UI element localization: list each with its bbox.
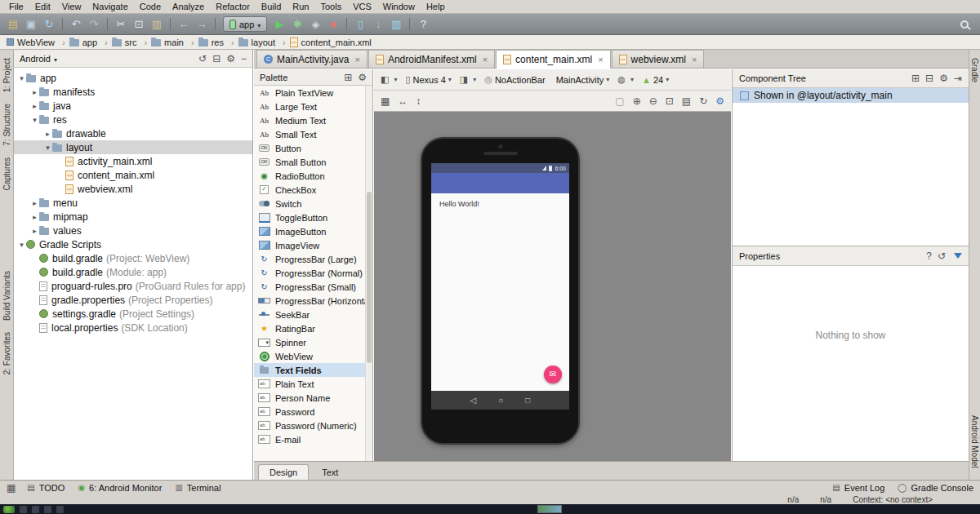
fab-button[interactable]: ✉	[544, 366, 562, 383]
taskbar-app-icon[interactable]	[20, 506, 27, 513]
breadcrumb-item[interactable]: main	[151, 38, 198, 47]
taskbar-app-icon[interactable]	[56, 506, 64, 513]
expand-all-icon[interactable]: ⊞	[911, 73, 920, 83]
hello-world-text[interactable]: Hello World!	[431, 193, 569, 208]
render-settings-icon[interactable]: ⚙	[715, 96, 724, 106]
expand-arrow-icon[interactable]	[30, 88, 39, 96]
tree-item[interactable]: manifests	[14, 85, 252, 99]
tree-item[interactable]: java	[14, 99, 252, 113]
api-version-selector[interactable]: ▲ 24	[642, 75, 669, 85]
component-tree-item[interactable]: Shown in @layout/activity_main	[733, 88, 969, 103]
tree-item[interactable]: menu	[14, 196, 252, 210]
help-icon[interactable]: ?	[926, 251, 932, 261]
expand-arrow-icon[interactable]	[30, 213, 39, 221]
paste-icon[interactable]: ▥	[149, 16, 165, 33]
menu-item[interactable]: Window	[377, 1, 421, 12]
breadcrumb-item[interactable]: res	[198, 38, 238, 47]
todo-button[interactable]: ▤ TODO	[27, 483, 65, 493]
settings-icon[interactable]: ⚙	[939, 73, 948, 83]
tree-item[interactable]: build.gradle (Module: app)	[14, 265, 252, 279]
tree-item[interactable]: settings.gradle (Project Settings)	[14, 307, 252, 321]
device-screen[interactable]: 6:00 Hello World! ✉ ◁ ○ □	[431, 163, 569, 410]
collapse-all-icon[interactable]: ⊟	[925, 73, 933, 83]
filter-icon[interactable]	[954, 253, 962, 259]
settings-icon[interactable]: ⚙	[226, 54, 235, 64]
menu-item[interactable]: Navigate	[87, 1, 133, 12]
tree-item[interactable]: activity_main.xml	[14, 154, 252, 168]
breadcrumb-item[interactable]: layout	[238, 38, 290, 47]
search-everywhere-icon[interactable]	[960, 20, 969, 29]
palette-item[interactable]: Small Text	[254, 127, 365, 141]
palette-item[interactable]: Large Text	[254, 100, 365, 113]
scrollbar-thumb[interactable]	[367, 192, 372, 363]
close-tab-icon[interactable]	[483, 55, 488, 64]
coverage-icon[interactable]: ◈	[307, 16, 323, 33]
tree-item[interactable]: mipmap	[14, 210, 252, 224]
orientation-selector[interactable]: ◨	[460, 74, 476, 85]
close-tab-icon[interactable]	[354, 55, 359, 64]
tool-window-button[interactable]: Build Variants	[2, 265, 11, 326]
toolbar-icon[interactable]	[170, 18, 171, 30]
palette-item[interactable]: ImageView	[254, 238, 365, 252]
expand-arrow-icon[interactable]	[43, 130, 52, 138]
tool-window-button[interactable]: Android Model	[970, 410, 979, 473]
menu-item[interactable]: File	[3, 1, 29, 12]
expand-arrow-icon[interactable]	[17, 74, 26, 82]
editor-mode-tab[interactable]: Text	[310, 464, 350, 480]
sdk-manager-icon[interactable]: ↓	[370, 16, 386, 33]
breadcrumb-item[interactable]: WebView	[7, 38, 69, 47]
palette-item[interactable]: Person Name	[254, 391, 365, 405]
restore-defaults-icon[interactable]: ↺	[938, 251, 946, 261]
palette-item[interactable]: SeekBar	[254, 308, 365, 321]
expand-arrow-icon[interactable]	[30, 116, 39, 124]
save-all-icon[interactable]: ▣	[23, 16, 39, 33]
tree-item[interactable]: Gradle Scripts	[14, 237, 252, 251]
palette-item[interactable]: Medium Text	[254, 113, 365, 127]
tool-window-button[interactable]: 1: Project	[2, 52, 11, 98]
open-icon[interactable]: ▤	[5, 16, 21, 33]
preview-file-icon[interactable]: ▤	[682, 96, 691, 106]
close-tab-icon[interactable]	[598, 55, 603, 64]
palette-item[interactable]: Text Fields	[254, 363, 365, 377]
event-log-button[interactable]: ▤ Event Log	[832, 483, 884, 493]
tool-window-quick-access-icon[interactable]: ▦	[7, 483, 16, 493]
editor-tab[interactable]: webview.xml	[612, 50, 705, 68]
run-configuration-selector[interactable]: app	[223, 16, 267, 32]
menu-item[interactable]: Help	[421, 1, 451, 12]
breadcrumb-item[interactable]: src	[112, 38, 151, 47]
device-selector[interactable]: ▯ Nexus 4	[405, 74, 451, 85]
menu-item[interactable]: Edit	[29, 1, 56, 12]
undo-icon[interactable]: ↶	[68, 16, 84, 33]
palette-item[interactable]: Plain TextView	[254, 86, 365, 100]
terminal-button[interactable]: ▥ Terminal	[175, 483, 220, 493]
tree-item[interactable]: local.properties (SDK Location)	[14, 321, 252, 335]
expand-arrow-icon[interactable]	[30, 102, 39, 110]
editor-tab[interactable]: MainActivity.java	[256, 50, 368, 68]
help-icon[interactable]: ?	[415, 16, 431, 33]
design-canvas[interactable]: 6:00 Hello World! ✉ ◁ ○ □	[374, 112, 731, 461]
menu-item[interactable]: Analyze	[167, 1, 210, 12]
palette-item[interactable]: Password	[254, 405, 365, 419]
gradle-console-button[interactable]: ◯ Gradle Console	[898, 483, 973, 493]
editor-mode-tab[interactable]: Design	[258, 464, 309, 480]
expand-arrow-icon[interactable]	[30, 227, 39, 235]
taskbar-app-icon[interactable]	[44, 506, 51, 513]
menu-item[interactable]: Build	[256, 1, 287, 12]
tree-item[interactable]: values	[14, 224, 252, 237]
tool-window-button[interactable]: 2: Favorites	[2, 326, 11, 380]
project-view-selector[interactable]: Android	[20, 54, 57, 64]
tree-item[interactable]: proguard-rules.pro (ProGuard Rules for a…	[14, 279, 252, 293]
tree-item[interactable]: app	[14, 71, 252, 85]
back-icon[interactable]: ←	[176, 16, 192, 33]
taskbar-thumbnail[interactable]	[537, 505, 562, 513]
palette-item[interactable]: ToggleButton	[254, 210, 365, 224]
editor-tab[interactable]: content_main.xml	[496, 50, 610, 69]
menu-item[interactable]: Tools	[314, 1, 347, 12]
toolbar-icon[interactable]	[346, 18, 347, 30]
cut-icon[interactable]: ✂	[113, 16, 129, 33]
android-monitor-button[interactable]: ◉ 6: Android Monitor	[78, 483, 162, 493]
palette-item[interactable]: Switch	[254, 197, 365, 210]
palette-item[interactable]: RatingBar	[254, 321, 365, 335]
toolbar-icon[interactable]	[107, 18, 108, 30]
sync-icon[interactable]: ↻	[41, 16, 57, 33]
